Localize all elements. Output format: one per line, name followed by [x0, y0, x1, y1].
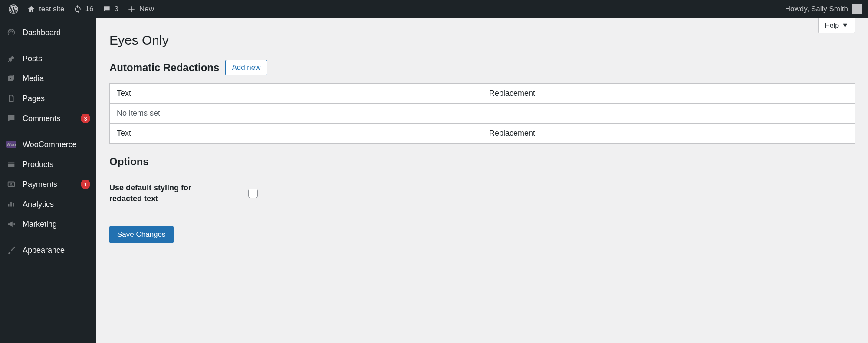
sidebar-item-pages[interactable]: Pages [0, 88, 96, 108]
woo-icon: Woo [6, 139, 16, 150]
option-label: Use default styling for redacted text [109, 183, 205, 204]
sidebar-item-analytics[interactable]: Analytics [0, 194, 96, 214]
sidebar-item-comments[interactable]: Comments 3 [0, 108, 96, 128]
comment-icon [102, 5, 111, 13]
layout: Dashboard Posts Media Pages Comments 3 W… [0, 18, 868, 343]
col-text-foot[interactable]: Text [110, 124, 483, 144]
comments-link[interactable]: 3 [98, 0, 123, 18]
table-header-row: Text Replacement [110, 84, 855, 104]
updates-count: 16 [85, 5, 94, 13]
col-text[interactable]: Text [110, 84, 483, 104]
sidebar-item-label: Posts [23, 54, 90, 63]
wp-logo[interactable] [4, 0, 23, 18]
page-title: Eyes Only [109, 18, 855, 48]
table-empty-row: No items set [110, 104, 855, 124]
sidebar-item-label: Pages [23, 94, 90, 103]
sidebar-item-posts[interactable]: Posts [0, 49, 96, 69]
sidebar-item-label: Payments [23, 180, 75, 189]
sidebar-item-label: Products [23, 160, 90, 169]
howdy-text: Howdy, Sally Smith [785, 5, 848, 13]
brush-icon [6, 245, 16, 255]
help-label: Help [825, 22, 839, 29]
col-replacement-foot[interactable]: Replacement [482, 124, 855, 144]
site-name: test site [39, 5, 65, 13]
analytics-icon [6, 199, 16, 209]
sidebar-item-label: Dashboard [23, 28, 90, 37]
new-label: New [139, 5, 154, 13]
sidebar-item-appearance[interactable]: Appearance [0, 240, 96, 260]
content-area: Help ▼ Eyes Only Automatic Redactions Ad… [96, 18, 868, 343]
options-heading: Options [109, 156, 855, 168]
empty-message: No items set [110, 104, 855, 124]
site-name-link[interactable]: test site [23, 0, 69, 18]
sidebar-item-label: Analytics [23, 200, 90, 209]
admin-sidebar: Dashboard Posts Media Pages Comments 3 W… [0, 18, 96, 343]
redactions-heading: Automatic Redactions [109, 62, 219, 74]
home-icon [27, 5, 36, 13]
admin-topbar: test site 16 3 New Howdy, Sally Smith [0, 0, 868, 18]
plus-icon [127, 5, 136, 13]
payments-badge: 1 [81, 180, 90, 189]
media-icon [6, 73, 16, 84]
col-replacement[interactable]: Replacement [482, 84, 855, 104]
add-new-button[interactable]: Add new [225, 60, 267, 75]
option-default-styling: Use default styling for redacted text [109, 183, 855, 204]
sidebar-item-media[interactable]: Media [0, 69, 96, 88]
megaphone-icon [6, 219, 16, 229]
redactions-table: Text Replacement No items set Text Repla… [109, 83, 855, 144]
sidebar-item-products[interactable]: Products [0, 154, 96, 174]
svg-text:$: $ [10, 183, 12, 187]
sidebar-item-label: Appearance [23, 246, 90, 255]
comments-badge: 3 [81, 114, 90, 123]
sidebar-item-label: Comments [23, 114, 75, 123]
help-tab[interactable]: Help ▼ [818, 18, 855, 33]
comments-count: 3 [115, 5, 118, 13]
topbar-right[interactable]: Howdy, Sally Smith [785, 4, 864, 14]
payments-icon: $ [6, 179, 16, 189]
updates-link[interactable]: 16 [69, 0, 98, 18]
sidebar-item-label: Media [23, 74, 90, 83]
topbar-left: test site 16 3 New [4, 0, 158, 18]
sidebar-item-label: WooCommerce [23, 140, 90, 149]
table-footer-row: Text Replacement [110, 124, 855, 144]
default-styling-checkbox[interactable] [248, 189, 258, 198]
pin-icon [6, 53, 16, 64]
comment-icon [6, 113, 16, 124]
sidebar-item-label: Marketing [23, 220, 90, 229]
save-button[interactable]: Save Changes [109, 226, 174, 243]
page-icon [6, 93, 16, 104]
chevron-down-icon: ▼ [842, 22, 848, 29]
avatar [852, 4, 862, 14]
products-icon [6, 159, 16, 170]
svg-point-1 [10, 78, 11, 79]
redactions-header: Automatic Redactions Add new [109, 60, 855, 75]
sidebar-item-payments[interactable]: $ Payments 1 [0, 174, 96, 194]
wordpress-icon [9, 4, 18, 14]
dashboard-icon [6, 27, 16, 38]
sidebar-item-dashboard[interactable]: Dashboard [0, 23, 96, 42]
sidebar-item-woocommerce[interactable]: Woo WooCommerce [0, 134, 96, 154]
new-link[interactable]: New [123, 0, 158, 18]
refresh-icon [73, 5, 82, 13]
sidebar-item-marketing[interactable]: Marketing [0, 214, 96, 234]
